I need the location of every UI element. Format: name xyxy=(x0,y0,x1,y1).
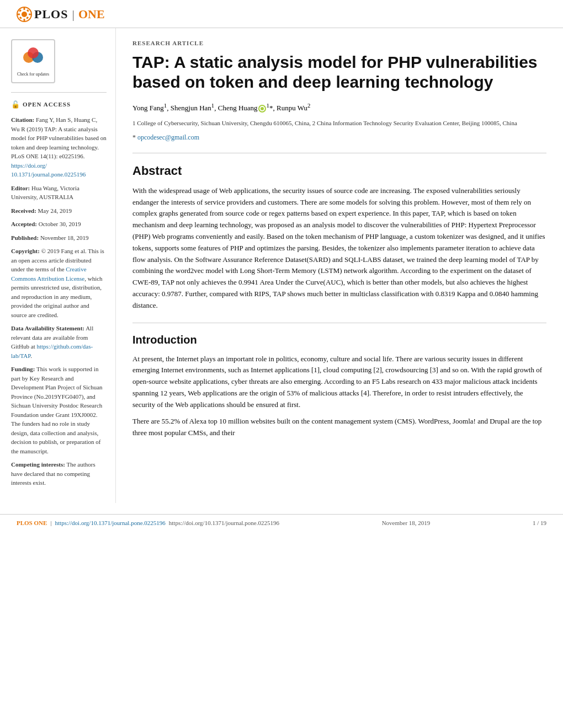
intro-para-1: At present, the Internet plays an import… xyxy=(132,354,546,411)
accepted-label: Accepted: xyxy=(11,221,37,227)
received-text: May 24, 2019 xyxy=(38,207,72,214)
sup-1: 1 xyxy=(164,102,167,109)
abstract-heading: Abstract xyxy=(132,162,546,180)
open-access-label: OPEN ACCESS xyxy=(23,100,71,109)
open-access-row: 🔓 OPEN ACCESS xyxy=(11,99,107,110)
received-block: Received: May 24, 2019 xyxy=(11,206,107,216)
accepted-text: October 30, 2019 xyxy=(39,221,81,227)
intro-para-2: There are 55.2% of Alexa top 10 million … xyxy=(132,416,546,439)
author-yong-fang: Yong Fang1 xyxy=(132,104,167,112)
svg-rect-2 xyxy=(24,8,25,10)
affiliations: 1 College of Cybersecurity, Sichuan Univ… xyxy=(132,119,546,128)
svg-rect-8 xyxy=(26,9,29,12)
competing-interests-label: Competing interests: xyxy=(11,461,65,468)
accepted-block: Accepted: October 30, 2019 xyxy=(11,220,107,229)
sup-1b: 1 xyxy=(211,102,214,109)
page-footer: PLOS ONE | https://doi.org/10.1371/journ… xyxy=(0,514,563,532)
lock-icon: 🔓 xyxy=(11,99,20,110)
check-updates-text: Check for updates xyxy=(17,72,49,77)
citation-block: Citation: Fang Y, Han S, Huang C, Wu R (… xyxy=(11,115,107,179)
author-cheng-huang: Cheng Huang1* xyxy=(218,104,273,112)
editor-label: Editor: xyxy=(11,185,30,191)
abstract-text: With the widespread usage of Web applica… xyxy=(132,185,546,312)
article-type: RESEARCH ARTICLE xyxy=(132,39,546,48)
divider-abstract xyxy=(132,153,546,153)
divider-1 xyxy=(11,92,107,93)
citation-label: Citation: xyxy=(11,116,34,123)
divider-intro xyxy=(132,323,546,323)
copyright-label: Copyright: xyxy=(11,248,40,254)
authors-line: Yong Fang1, Shengjun Han1, Cheng Huang1*… xyxy=(132,101,546,114)
email-link[interactable]: opcodesec@gmail.com xyxy=(137,133,199,141)
doi-link[interactable]: https://doi.org/10.1371/journal.pone.022… xyxy=(11,162,86,178)
author-shengjun-han: Shengjun Han1 xyxy=(171,104,214,112)
email-line: * opcodesec@gmail.com xyxy=(132,133,546,142)
check-updates-badge[interactable]: ● Check for updates xyxy=(11,39,55,83)
footer-plos-logo: PLOS ONE xyxy=(17,519,47,528)
svg-rect-4 xyxy=(18,13,20,15)
github-link[interactable]: https://github.com/das-lab/TAP xyxy=(11,343,93,359)
footer-page: 1 / 19 xyxy=(533,519,546,528)
sup-1c: 1 xyxy=(267,102,269,109)
published-label: Published: xyxy=(11,234,39,241)
funding-text: This work is supported in part by Key Re… xyxy=(11,366,103,454)
plos-logo: PLOS | ONE xyxy=(17,6,105,23)
page: PLOS | ONE ● Check for updates xyxy=(0,0,563,728)
published-text: November 18, 2019 xyxy=(40,234,89,241)
intro-heading: Introduction xyxy=(132,332,546,348)
competing-interests-block: Competing interests: The authors have de… xyxy=(11,460,107,488)
svg-rect-9 xyxy=(19,17,22,19)
sup-2: 2 xyxy=(307,102,310,109)
badge-icon: ● xyxy=(21,45,45,69)
gear-icon xyxy=(17,7,32,22)
logo-pipe: | xyxy=(72,6,74,23)
svg-point-12 xyxy=(28,47,39,58)
intro-paragraphs: At present, the Internet plays an import… xyxy=(132,354,546,440)
content-area: ● Check for updates 🔓 OPEN ACCESS Citati… xyxy=(0,28,563,503)
left-column: ● Check for updates 🔓 OPEN ACCESS Citati… xyxy=(0,28,116,503)
data-availability-block: Data Availability Statement: All relevan… xyxy=(11,324,107,360)
svg-point-1 xyxy=(22,12,27,17)
footer-separator: | xyxy=(50,519,51,528)
author-runpu-wu: Runpu Wu2 xyxy=(277,104,310,112)
one-text: ONE xyxy=(78,6,105,23)
footer-date: November 18, 2019 xyxy=(382,519,431,528)
footer-left: PLOS ONE | https://doi.org/10.1371/journ… xyxy=(17,519,279,528)
editor-block: Editor: Hua Wang, Victoria University, A… xyxy=(11,184,107,202)
citation-text: Fang Y, Han S, Huang C, Wu R (2019) TAP:… xyxy=(11,116,107,178)
orcid-icon xyxy=(258,105,266,113)
svg-rect-3 xyxy=(24,19,25,21)
svg-text:●: ● xyxy=(32,60,34,64)
article-title: TAP: A static analysis model for PHP vul… xyxy=(132,52,546,92)
funding-label: Funding: xyxy=(11,366,35,372)
footer-doi-text: https://doi.org/10.1371/journal.pone.022… xyxy=(169,519,279,528)
footer-doi-link[interactable]: https://doi.org/10.1371/journal.pone.022… xyxy=(55,519,166,528)
right-column: RESEARCH ARTICLE TAP: A static analysis … xyxy=(116,28,563,503)
copyright-block: Copyright: © 2019 Fang et al. This is an… xyxy=(11,247,107,319)
svg-rect-7 xyxy=(26,17,29,19)
received-label: Received: xyxy=(11,207,36,214)
plos-text: PLOS xyxy=(34,6,68,23)
funding-block: Funding: This work is supported in part … xyxy=(11,365,107,456)
header: PLOS | ONE xyxy=(0,0,563,28)
data-availability-label: Data Availability Statement: xyxy=(11,325,84,331)
published-block: Published: November 18, 2019 xyxy=(11,233,107,243)
svg-rect-5 xyxy=(29,13,31,15)
